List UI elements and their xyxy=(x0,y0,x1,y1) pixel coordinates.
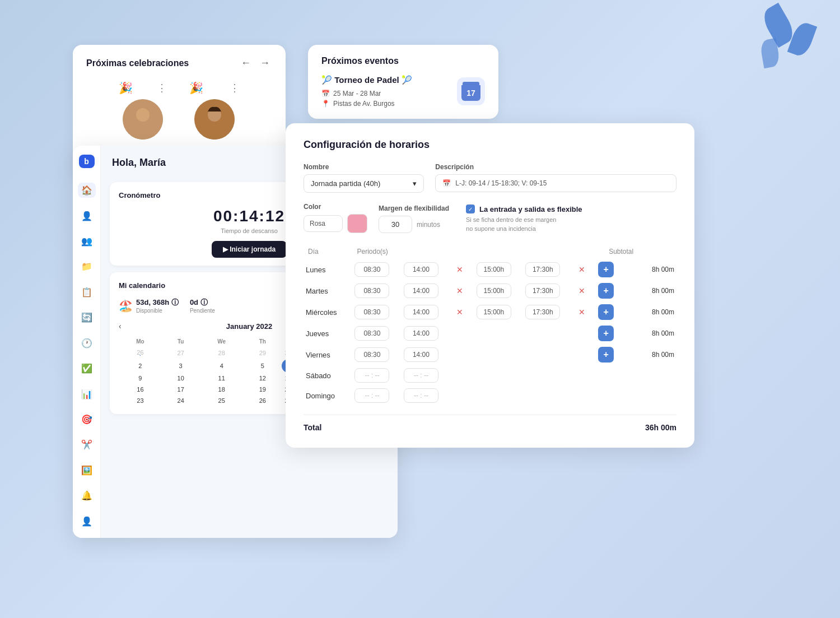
color-swatch[interactable] xyxy=(347,214,367,233)
sidebar-icon-image[interactable]: 🖼️ xyxy=(78,463,96,478)
nombre-select[interactable]: Jornada partida (40h) ▾ xyxy=(304,174,424,193)
cal-day-27[interactable]: 27 xyxy=(162,347,200,359)
schedule-table: Día Periodo(s) Subtotal Lunes 08:30 14:0… xyxy=(304,244,676,406)
jueves-subtotal: 8h 00m xyxy=(638,323,676,344)
sidebar-icon-check[interactable]: ✅ xyxy=(78,361,96,376)
celebrations-prev-button[interactable]: ← xyxy=(239,56,253,70)
miercoles-p2-end[interactable]: 17:30h xyxy=(525,305,560,319)
martes-p1-end[interactable]: 14:00 xyxy=(404,284,438,298)
sidebar-icon-users[interactable]: 👥 xyxy=(78,234,96,249)
celebrations-next-button[interactable]: → xyxy=(258,56,272,70)
sidebar-icon-target[interactable]: 🎯 xyxy=(78,412,96,427)
martes-p1-start[interactable]: 08:30 xyxy=(354,284,389,298)
lunes-add-period[interactable]: + xyxy=(598,262,614,277)
cal-day-19[interactable]: 19 xyxy=(244,384,282,395)
cal-day-11[interactable]: 11 xyxy=(200,373,244,384)
start-jornada-button[interactable]: ▶ Iniciar jornada xyxy=(212,241,287,258)
viernes-subtotal: 8h 00m xyxy=(638,344,676,365)
viernes-p1-end[interactable]: 14:00 xyxy=(404,347,438,362)
margen-number-input[interactable]: 30 xyxy=(379,216,412,233)
cal-day-24[interactable]: 24 xyxy=(162,395,200,406)
domingo-p1-start[interactable]: -- : -- xyxy=(354,388,389,403)
sidebar-icon-scissors[interactable]: ✂️ xyxy=(78,437,96,452)
more-menu-1[interactable]: ⋮ xyxy=(157,82,167,94)
jueves-p1-end[interactable]: 14:00 xyxy=(404,326,438,341)
martes-p2-start[interactable]: 15:00h xyxy=(477,284,511,298)
pendiente-value: 0d ⓘ xyxy=(190,298,215,308)
sabado-p1-start[interactable]: -- : -- xyxy=(354,368,389,383)
celebrations-title: Próximas celebraciones xyxy=(86,58,189,68)
miercoles-p1-end[interactable]: 14:00 xyxy=(404,305,438,319)
cal-day-5[interactable]: 5 xyxy=(244,359,282,373)
more-menu-2[interactable]: ⋮ xyxy=(230,82,240,94)
miercoles-p1-start[interactable]: 08:30 xyxy=(354,305,389,319)
checkbox-flexible[interactable]: ✓ xyxy=(466,205,475,213)
checkbox-row: ✓ La entrada y salida es flexible xyxy=(466,205,582,213)
cal-day-25[interactable]: 25 xyxy=(200,395,244,406)
cal-day-17[interactable]: 17 xyxy=(162,384,200,395)
viernes-p1-start[interactable]: 08:30 xyxy=(354,347,389,362)
viernes-add-period[interactable]: + xyxy=(598,347,614,363)
table-row-viernes: Viernes 08:30 14:00 + 8h 00m xyxy=(304,344,676,365)
miercoles-p1-delete[interactable]: ✕ xyxy=(452,305,467,319)
jueves-p1-start[interactable]: 08:30 xyxy=(354,326,389,341)
cal-day-16[interactable]: 16 xyxy=(119,384,162,395)
margen-label: Margen de flexibilidad xyxy=(379,205,449,212)
martes-p1-delete[interactable]: ✕ xyxy=(452,284,467,298)
sidebar-icon-folder[interactable]: 📁 xyxy=(78,259,96,274)
miercoles-p2-start[interactable]: 15:00h xyxy=(477,305,511,319)
lunes-p1-end[interactable]: 14:00 xyxy=(404,262,438,277)
miercoles-subtotal: 8h 00m xyxy=(638,301,676,323)
cal-day-26[interactable]: 26 xyxy=(119,347,162,359)
main-wrapper: Próximas celebraciones ← → 🎉 ⋮ xyxy=(73,34,823,607)
cal-day-10[interactable]: 10 xyxy=(162,373,200,384)
cal-day-4[interactable]: 4 xyxy=(200,359,244,373)
lunes-p1-start[interactable]: 08:30 xyxy=(354,262,389,277)
form-group-descripcion: Descripción 📅 L-J: 09-14 / 15-18:30; V: … xyxy=(435,163,676,192)
cal-day-29[interactable]: 29 xyxy=(244,347,282,359)
sidebar-icon-sync[interactable]: 🔄 xyxy=(78,310,96,325)
cal-day-26b[interactable]: 26 xyxy=(244,395,282,406)
martes-p2-delete[interactable]: ✕ xyxy=(575,284,589,298)
cal-prev-button[interactable]: ‹ xyxy=(119,322,122,331)
lunes-p2-end[interactable]: 17:30h xyxy=(525,262,560,277)
event-calendar-icon: 17 xyxy=(457,77,485,105)
miercoles-p2-delete[interactable]: ✕ xyxy=(575,305,589,319)
cal-day-28[interactable]: 28 xyxy=(200,347,244,359)
total-label: Total xyxy=(304,423,321,432)
horarios-panel: Configuración de horarios Nombre Jornada… xyxy=(286,123,694,448)
cal-day-2[interactable]: 2 xyxy=(119,359,162,373)
event-row: 🎾 Torneo de Padel 🎾 📅 25 Mar - 28 Mar 📍 … xyxy=(321,75,485,108)
descripcion-input[interactable]: 📅 L-J: 09-14 / 15-18:30; V: 09-15 xyxy=(435,174,676,192)
sidebar-icon-clipboard[interactable]: 📋 xyxy=(78,285,96,300)
lunes-subtotal: 8h 00m xyxy=(638,259,676,280)
lunes-p1-delete[interactable]: ✕ xyxy=(452,262,467,277)
sidebar-icon-chart[interactable]: 📊 xyxy=(78,386,96,401)
martes-add-period[interactable]: + xyxy=(598,283,614,299)
sidebar-icon-bell[interactable]: 🔔 xyxy=(78,488,96,503)
day-lunes: Lunes xyxy=(304,259,352,280)
cal-day-12[interactable]: 12 xyxy=(244,373,282,384)
form-row-color-margen: Color Rosa Margen de flexibilidad 30 min… xyxy=(304,203,676,233)
cal-day-3[interactable]: 3 xyxy=(162,359,200,373)
sidebar-icon-clock[interactable]: 🕐 xyxy=(78,336,96,351)
table-row-jueves: Jueves 08:30 14:00 + 8h 00m xyxy=(304,323,676,344)
sabado-p1-end[interactable]: -- : -- xyxy=(404,368,438,383)
miercoles-add-period[interactable]: + xyxy=(598,304,614,320)
events-title: Próximos eventos xyxy=(321,56,485,66)
sidebar-icon-profile[interactable]: 👤 xyxy=(78,513,96,528)
color-text-input[interactable]: Rosa xyxy=(304,215,343,232)
lunes-p2-start[interactable]: 15:00h xyxy=(477,262,511,277)
sidebar-icon-home[interactable]: 🏠 xyxy=(78,183,96,198)
jueves-add-period[interactable]: + xyxy=(598,326,614,341)
event-location: 📍 Pistas de Av. Burgos xyxy=(321,100,450,108)
lunes-p2-delete[interactable]: ✕ xyxy=(575,262,589,277)
margen-input-row: 30 minutos xyxy=(379,216,449,233)
domingo-p1-end[interactable]: -- : -- xyxy=(404,388,438,403)
cal-day-23[interactable]: 23 xyxy=(119,395,162,406)
total-row: Total 36h 00m xyxy=(304,415,676,432)
cal-day-18[interactable]: 18 xyxy=(200,384,244,395)
sidebar-icon-user[interactable]: 👤 xyxy=(78,208,96,223)
martes-p2-end[interactable]: 17:30h xyxy=(525,284,560,298)
cal-day-9[interactable]: 9 xyxy=(119,373,162,384)
